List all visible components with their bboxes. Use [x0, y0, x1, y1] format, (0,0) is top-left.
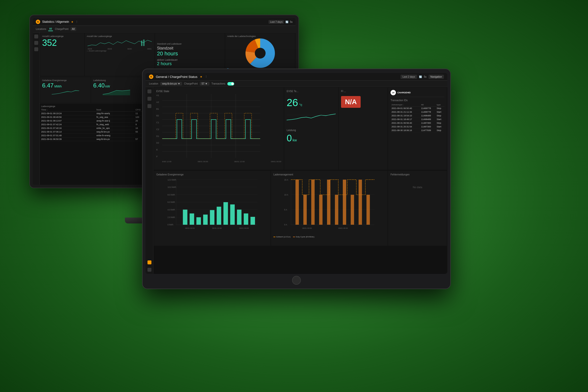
geladene-value: 6.47 — [42, 82, 54, 88]
fi-card: FI ... N/A — [338, 88, 388, 170]
tablet-grafana-logo: G — [149, 74, 153, 79]
svg-rect-41 — [210, 210, 214, 225]
chargepoint-filter-val[interactable]: All — [70, 27, 76, 31]
share-icon[interactable]: ⋮ — [76, 20, 78, 24]
col-time[interactable]: Time ↓ — [40, 108, 96, 112]
tablet-location-val[interactable]: weg-lb-brs-pv ▼ — [160, 82, 182, 86]
monitor-breadcrumb: Statistics / Allgemein — [42, 20, 69, 24]
tablet-favorite-icon[interactable]: ★ — [200, 75, 202, 78]
svg-rect-68 — [359, 180, 362, 225]
geladene-unit: MWh — [54, 84, 62, 88]
tablet-time-range[interactable]: Last 2 days — [400, 75, 417, 79]
locations-all-tab[interactable]: All — [48, 27, 53, 31]
alert-icon[interactable] — [34, 47, 38, 51]
locations-label: Locations — [36, 28, 46, 30]
search-icon[interactable] — [34, 34, 38, 38]
ladeleistung-card: Ladeleistung 6.40 kW — [91, 77, 142, 103]
tablet-content: EVSE State FED2D1C2C1B2B1A2A1 — [153, 87, 447, 274]
tablet-screen: G General / ChargePoint Status ★ ⋮ Last … — [146, 73, 447, 274]
table-row: 2021-08-31 06:56:4011487300Stop — [390, 121, 444, 125]
refresh-rate[interactable]: 5s — [290, 20, 292, 23]
ladeorgange-value: 352 — [42, 38, 82, 47]
tablet-dashboard-icon[interactable] — [148, 97, 152, 101]
svg-rect-64 — [327, 180, 330, 225]
svg-marker-7 — [103, 90, 130, 95]
tablet-refresh-icon[interactable]: 🔄 — [419, 76, 422, 78]
svg-rect-44 — [230, 204, 235, 225]
tablet-user-icon[interactable] — [148, 260, 152, 264]
tablet-chargepoint-val[interactable]: 57 ▼ — [200, 82, 210, 86]
tablet-breadcrumb: General / ChargePoint Status — [156, 75, 198, 79]
standzeit-title: Standzeit — [157, 46, 223, 50]
tablet-home-button[interactable] — [292, 276, 301, 285]
na-badge: N/A — [341, 96, 361, 108]
anteile-label: Anteile der Ladetechnologien — [227, 35, 293, 38]
fehlermeldungen-card: Fehlermeldungen No data — [388, 171, 447, 246]
col-host[interactable]: host — [96, 108, 134, 112]
svg-text:12.0 kWh: 12.0 kWh — [168, 179, 176, 181]
svg-text:4.0 kWh: 4.0 kWh — [168, 209, 175, 211]
svg-rect-65 — [335, 195, 338, 225]
svg-rect-38 — [190, 214, 194, 225]
ladeleistung-sparkline — [93, 88, 140, 95]
tablet-refresh-rate[interactable]: 5s — [424, 76, 426, 78]
svg-text:0 kWh: 0 kWh — [168, 224, 174, 226]
svg-rect-47 — [250, 217, 255, 225]
geladene-card: Geladene Energiemenge 6.47 MWh — [40, 77, 91, 103]
svg-text:2.0 kWh: 2.0 kWh — [168, 216, 175, 218]
chargepoint-brand-name: CHARGEHEI — [398, 92, 410, 94]
tx-col-time[interactable]: Zeitstempel ↓ — [390, 103, 420, 106]
ladeorgange-label: Anzahl Ladevorgänge — [42, 35, 82, 38]
lademanagement-title: Lademanagement — [274, 173, 385, 176]
svg-rect-63 — [319, 195, 323, 225]
time-range-selector[interactable]: Last 7 days — [268, 20, 284, 24]
svg-rect-60 — [296, 180, 299, 225]
tablet-nav-btn[interactable]: Navigation — [428, 75, 444, 79]
evse-temp-sparkline — [287, 110, 336, 125]
svg-point-6 — [255, 48, 266, 58]
evse-temp-title: EVSE Te... — [287, 90, 336, 92]
tx-col-id[interactable]: tID — [420, 103, 436, 106]
tablet-chargepoint-label: ChargePoint — [184, 82, 198, 85]
tablet-transactions-label: Transactions — [212, 82, 226, 85]
tablet-search-icon[interactable] — [148, 90, 152, 93]
leistung-unit: kw — [292, 138, 297, 142]
chargepoint-filter-label: ChargePoint — [55, 28, 68, 30]
geladene-energie-title: Geladene Energiemenge — [156, 173, 268, 176]
svg-text:10 A: 10 A — [284, 194, 288, 196]
table-row: 2021-08-30 18:06:1611477939Stop — [390, 128, 444, 132]
favorite-icon[interactable]: ★ — [71, 20, 74, 24]
evse-state-title: EVSE State — [156, 90, 281, 92]
svg-text:8.0 kWh: 8.0 kWh — [168, 194, 175, 196]
svg-rect-40 — [203, 214, 208, 225]
svg-text:15 A: 15 A — [284, 179, 288, 181]
monitor-header: G Statistics / Allgemein ★ ⋮ Last 7 days… — [33, 18, 296, 26]
svg-rect-46 — [244, 214, 248, 225]
transactions-card: CP CHARGEHEI Transaction IDs Zeitstempel… — [388, 88, 447, 170]
tablet-settings-icon[interactable] — [148, 268, 152, 272]
tx-col-type[interactable]: type — [436, 103, 444, 106]
svg-text:08/31 12:00: 08/31 12:00 — [212, 227, 222, 229]
anzahl-sparkline — [87, 38, 153, 47]
fi-title: FI ... — [341, 90, 385, 92]
svg-rect-45 — [237, 210, 241, 225]
table-row: 2021-08-31 18:49:1711498489Start — [390, 118, 444, 121]
refresh-icon[interactable]: 🔄 — [286, 20, 288, 23]
tablet-bezel: G General / ChargePoint Status ★ ⋮ Last … — [142, 68, 451, 289]
transaction-table: Zeitstempel ↓ tID type 2021-09-01 06:50:… — [390, 103, 444, 132]
tablet-share-icon[interactable]: ⋮ — [205, 75, 208, 78]
evse-temp-value: 26 — [287, 97, 298, 108]
pie-chart — [246, 38, 275, 68]
dashboard-icon[interactable] — [34, 41, 38, 45]
svg-rect-0 — [141, 41, 142, 46]
ladeorgange-card: Anzahl Ladevorgänge 352 — [40, 33, 84, 76]
evse-y-axis: FED2D1C2C1B2B1A2A1 — [156, 94, 161, 158]
geladene-label: Geladene Energiemenge — [42, 79, 89, 82]
tablet-alert-icon[interactable] — [148, 104, 152, 108]
tablet-header: G General / ChargePoint Status ★ ⋮ Last … — [146, 73, 447, 80]
standzeit-label: Standzeit und Ladedauer — [157, 43, 223, 45]
transactions-toggle[interactable] — [227, 82, 234, 86]
chart-legend: Sollwert (LCCur) Duty Cycle (EVSEdc) — [274, 236, 385, 238]
evse-state-chart: FED2D1C2C1B2B1A2A1 — [156, 94, 281, 163]
svg-text:08/31 00:00: 08/31 00:00 — [185, 227, 195, 229]
